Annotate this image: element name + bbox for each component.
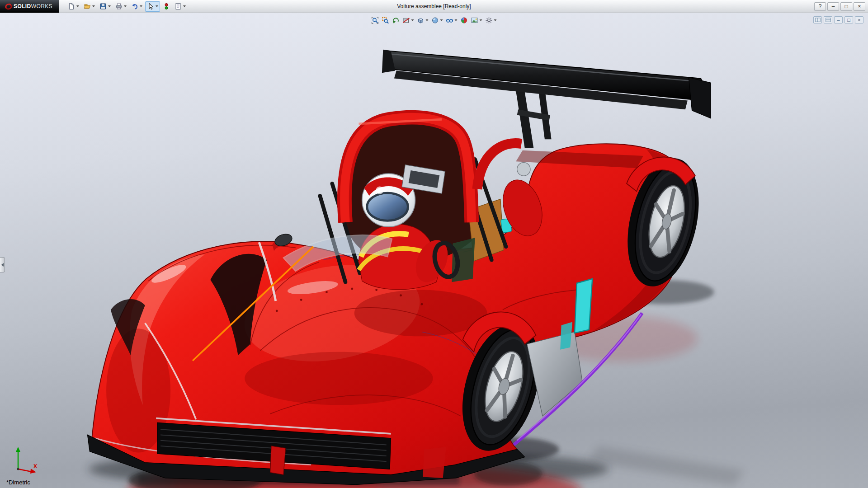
hide-show-items-icon [446,17,453,24]
display-style-icon [432,17,439,24]
y-axis-arrow-icon [16,447,20,452]
dropdown-arrow-icon[interactable] [108,5,111,7]
close-button[interactable]: × [854,2,865,11]
main-toolbar [66,1,188,12]
split-pane-vertical-icon [815,18,821,22]
rebuild-icon [163,3,170,10]
zoom-to-area-icon [382,17,389,24]
window-controls: ? – □ × [814,2,868,11]
open-document-icon [84,3,91,10]
brand-name-bold: SOLID [14,3,31,9]
split-pane-vertical-button[interactable] [813,16,822,23]
chevron-left-icon [1,263,4,267]
3d-scene[interactable] [0,13,868,488]
select-cursor-icon [147,3,154,10]
solidworks-window: SOLIDWORKS [0,0,868,488]
print-button[interactable] [113,1,128,12]
previous-view-button[interactable] [392,15,401,25]
view-settings-button[interactable] [485,15,498,25]
dropdown-arrow-icon[interactable] [92,5,95,7]
zoom-to-fit-button[interactable] [371,15,380,25]
new-document-button[interactable] [66,1,81,12]
undo-icon [131,3,138,10]
feature-manager-pane-toggle[interactable] [0,257,5,272]
rebuild-button[interactable] [161,1,172,12]
undo-button[interactable] [129,1,144,12]
dropdown-arrow-icon[interactable] [440,19,443,21]
x-axis-label: X [33,463,37,469]
new-document-icon [68,3,75,10]
document-minimize-button[interactable]: – [834,16,843,23]
dropdown-arrow-icon[interactable] [183,5,186,7]
zoom-to-fit-icon [372,17,379,24]
zoom-to-area-button[interactable] [381,15,390,25]
save-icon [99,3,107,10]
edit-appearance-icon [461,17,468,24]
save-button[interactable] [98,1,113,12]
dropdown-arrow-icon[interactable] [455,19,458,21]
document-window-controls: – □ × [813,16,863,23]
dropdown-arrow-icon[interactable] [426,19,429,21]
dropdown-arrow-icon[interactable] [411,19,414,21]
document-title: Voiture assemblee [Read-only] [397,3,471,9]
solidworks-logo-icon [4,2,14,10]
helmet-visor [367,193,408,221]
dropdown-arrow-icon[interactable] [76,5,79,7]
document-restore-button[interactable]: □ [844,16,853,23]
section-view-icon [403,17,410,24]
previous-view-icon [392,17,400,24]
open-document-button[interactable] [82,1,97,12]
split-pane-horizontal-button[interactable] [824,16,832,23]
heads-up-view-toolbar [371,15,498,25]
dropdown-arrow-icon[interactable] [156,5,158,7]
view-orientation-button[interactable] [416,15,429,25]
dropdown-arrow-icon[interactable] [494,19,497,21]
reference-triad: X [11,445,40,476]
solidworks-logo: SOLIDWORKS [0,0,59,13]
apply-scene-button[interactable] [470,15,483,25]
dropdown-arrow-icon[interactable] [140,5,142,7]
minimize-button[interactable]: – [827,2,839,11]
view-settings-icon [486,17,493,24]
hide-show-items-button[interactable] [445,15,458,25]
document-close-button[interactable]: × [855,16,863,23]
graphics-viewport[interactable]: – □ × X *Dimetric [0,13,868,488]
dropdown-arrow-icon[interactable] [480,19,482,21]
display-style-button[interactable] [431,15,444,25]
select-button[interactable] [145,1,160,12]
help-button[interactable]: ? [814,2,826,11]
titlebar: SOLIDWORKS [0,0,868,13]
maximize-button[interactable]: □ [840,2,852,11]
edit-appearance-button[interactable] [460,15,469,25]
brand-name-light: WORKS [31,3,52,9]
print-icon [115,3,123,10]
split-pane-horizontal-icon [826,18,831,22]
section-view-button[interactable] [402,15,415,25]
apply-scene-icon [471,17,478,24]
car-model[interactable] [87,50,711,485]
file-properties-button[interactable] [173,1,188,12]
view-orientation-label: *Dimetric [6,479,30,486]
dropdown-arrow-icon[interactable] [124,5,127,7]
view-orientation-icon [417,17,425,24]
file-properties-icon [175,3,182,10]
